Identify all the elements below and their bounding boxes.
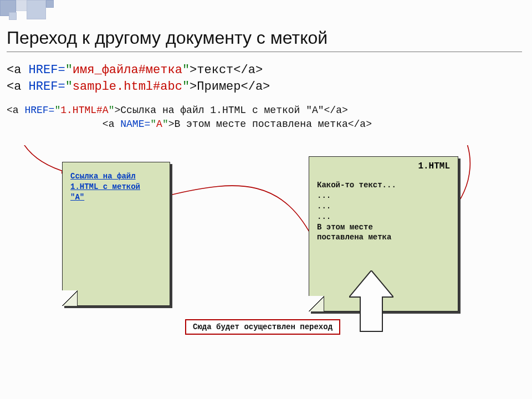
diagram: Ссылка на файл 1.HTML с меткой "A" 1.HTM… [7,145,522,356]
up-arrow-icon [349,270,393,332]
callout-caption: Сюда будет осуществлен переход [185,319,340,335]
slide-content: Переход к другому документу с меткой <a … [7,28,522,356]
slide-decoration [0,0,100,21]
hyperlink-text[interactable]: Ссылка на файл 1.HTML с меткой "A" [70,172,140,202]
page-fold-icon [309,296,324,311]
page-right-title: 1.HTML [309,157,458,171]
page-fold-icon [62,290,78,306]
page-right-body: Какой-то текст... ... ... ... В этом мес… [309,171,458,248]
example-code: <a HREF="1.HTML#A">Ссылка на файл 1.HTML… [7,104,522,131]
slide-title: Переход к другому документу с меткой [7,28,522,52]
syntax-code: <a HREF="имя_файла#метка">текст</a> <a H… [7,62,522,95]
page-left: Ссылка на файл 1.HTML с меткой "A" [62,162,170,306]
